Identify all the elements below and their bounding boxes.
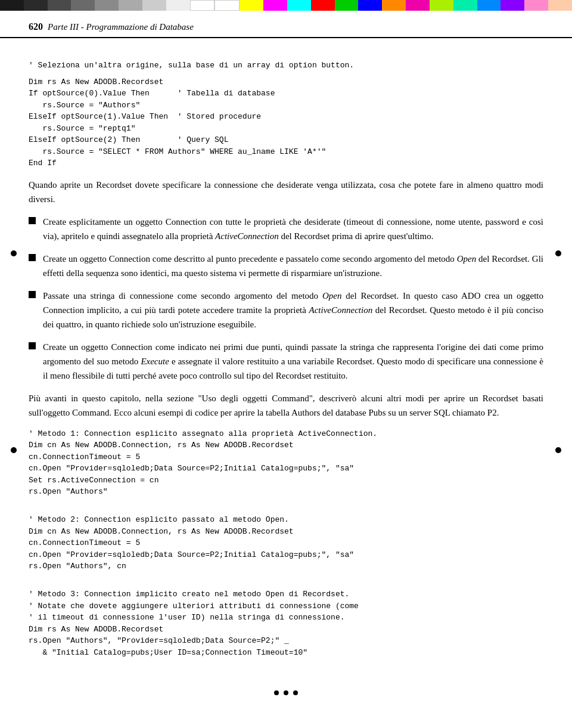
- margin-marker-left-2: [11, 447, 17, 453]
- list-item-3-text: Passate una stringa di connessione come …: [43, 289, 543, 332]
- list-item-2: Create un oggetto Connection come descri…: [29, 252, 543, 280]
- margin-marker-left-1: [11, 250, 17, 256]
- color-block-24: [548, 0, 572, 11]
- bullet-icon-3: [29, 291, 36, 298]
- list-item-4: Create un oggetto Connection come indica…: [29, 340, 543, 383]
- bullet-icon-1: [29, 217, 36, 224]
- color-block-15: [335, 0, 359, 11]
- margin-marker-right-1: [555, 250, 561, 256]
- color-block-11: [240, 0, 263, 11]
- color-block-19: [430, 0, 453, 11]
- color-block-13: [287, 0, 311, 11]
- color-block-17: [382, 0, 406, 11]
- intro-comment: ' Seleziona un'altra origine, sulla base…: [29, 60, 543, 72]
- list-item-1-text: Create esplicitamente un oggetto Connect…: [43, 215, 543, 243]
- color-block-23: [524, 0, 548, 11]
- color-block-9: [190, 0, 215, 11]
- color-block-4: [71, 0, 95, 11]
- paragraph-1: Quando aprite un Recordset dovete specif…: [29, 178, 543, 206]
- color-block-10: [214, 0, 240, 11]
- bullet-icon-2: [29, 254, 36, 261]
- color-block-8: [166, 0, 190, 11]
- color-block-18: [406, 0, 430, 11]
- margin-marker-right-2: [555, 447, 561, 453]
- bullet-icon-4: [29, 342, 36, 349]
- list-item-4-text: Create un oggetto Connection come indica…: [43, 340, 543, 383]
- color-block-3: [48, 0, 72, 11]
- color-block-12: [263, 0, 287, 11]
- nav-dot-3: [293, 690, 298, 695]
- color-block-20: [453, 0, 477, 11]
- page-title: Parte III - Programmazione di Database: [48, 22, 194, 32]
- color-block-2: [24, 0, 48, 11]
- code-block-2-comment1: ' Metodo 1: Connection esplicito assegna…: [29, 428, 543, 498]
- code-block-2-comment2: ' Metodo 2: Connection esplicito passato…: [29, 503, 543, 572]
- paragraph-2: Più avanti in questo capitolo, nella sez…: [29, 391, 543, 420]
- nav-dot-1: [274, 690, 279, 695]
- color-block-14: [311, 0, 335, 11]
- bullet-list: Create esplicitamente un oggetto Connect…: [29, 215, 543, 383]
- color-block-16: [358, 0, 382, 11]
- color-block-7: [142, 0, 166, 11]
- code-block-1: Dim rs As New ADODB.Recordset If optSour…: [29, 76, 543, 169]
- code-block-2-comment3: ' Metodo 3: Connection implicito creato …: [29, 577, 543, 659]
- list-item-3: Passate una stringa di connessione come …: [29, 289, 543, 332]
- color-block-21: [477, 0, 501, 11]
- bottom-navigation: [0, 680, 572, 700]
- page-number: 620: [29, 21, 43, 32]
- top-color-bar: [0, 0, 572, 11]
- page-header: 620 Parte III - Programmazione di Databa…: [0, 11, 572, 38]
- list-item-2-text: Create un oggetto Connection come descri…: [43, 252, 543, 280]
- color-block-6: [119, 0, 142, 11]
- color-block-22: [500, 0, 524, 11]
- color-block-1: [0, 0, 24, 11]
- color-block-5: [95, 0, 119, 11]
- list-item-1: Create esplicitamente un oggetto Connect…: [29, 215, 543, 243]
- main-content: ' Seleziona un'altra origine, sulla base…: [0, 38, 572, 680]
- nav-dot-2: [284, 690, 288, 695]
- page-wrapper: 620 Parte III - Programmazione di Databa…: [0, 0, 572, 700]
